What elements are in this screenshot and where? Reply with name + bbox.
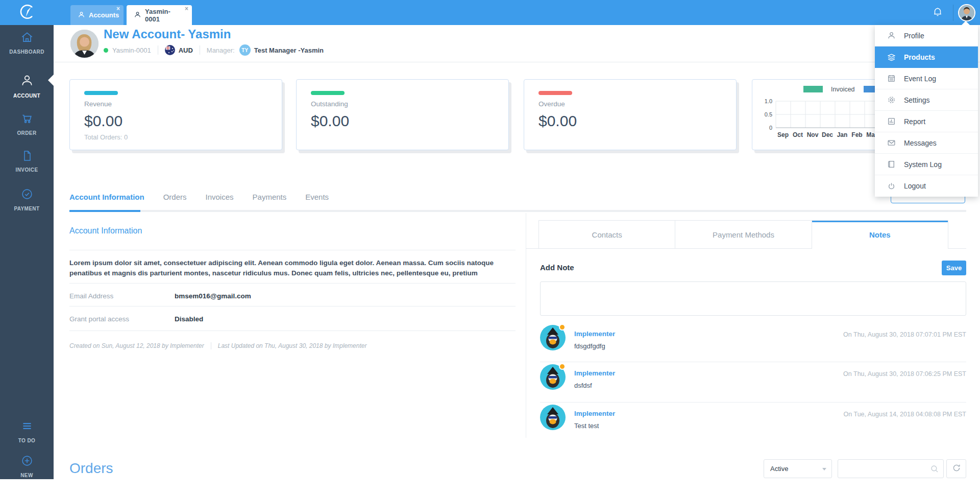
- topbar-right: [922, 0, 980, 25]
- document-icon: [21, 150, 33, 164]
- note-timestamp: On Thu, August 30, 2018 07:06:25 PM EST: [843, 370, 966, 378]
- check-circle-icon: [20, 187, 34, 203]
- account-description: Lorem ipsum dolor sit amet, consectetuer…: [69, 258, 496, 278]
- card-label: Overdue: [538, 100, 565, 108]
- user-dropdown-menu: Profile Products Event Log: [875, 25, 978, 197]
- bar-chart-icon: [887, 117, 896, 126]
- card-value: $0.00: [311, 112, 349, 130]
- card-label: Outstanding: [311, 100, 348, 108]
- menu-item-label: Messages: [904, 139, 937, 147]
- menu-item-messages[interactable]: Messages: [875, 132, 978, 154]
- notifications-button[interactable]: [922, 6, 953, 19]
- note-text: Test test: [574, 422, 599, 430]
- tab-label: Contacts: [592, 230, 622, 239]
- note-author-link[interactable]: Implementer: [574, 410, 615, 417]
- menu-item-event-log[interactable]: Event Log: [875, 68, 978, 89]
- app-root: Accounts × Yasmin-0001 ×: [0, 0, 980, 495]
- menu-item-system-log[interactable]: System Log: [875, 154, 978, 175]
- sidebar-item-new[interactable]: NEW: [0, 454, 54, 478]
- tab-yasmin-0001[interactable]: Yasmin-0001 ×: [127, 5, 192, 25]
- page-title: New Account- Yasmin: [104, 27, 231, 41]
- sidebar-item-payment[interactable]: PAYMENT: [0, 187, 54, 211]
- card-value: $0.00: [84, 112, 122, 130]
- account-meta: Yasmin-0001 AUD Manager: TY Test Manager…: [104, 44, 324, 56]
- menu-item-logout[interactable]: Logout: [875, 175, 978, 197]
- close-icon[interactable]: ×: [116, 6, 120, 12]
- currency-code: AUD: [179, 46, 193, 54]
- menu-item-label: Report: [904, 117, 925, 126]
- xtick: Nov: [807, 131, 819, 138]
- divider: [69, 283, 516, 284]
- tab-events[interactable]: Events: [305, 193, 329, 201]
- app-logo[interactable]: [0, 0, 54, 25]
- refresh-button[interactable]: [946, 459, 966, 478]
- note-list-item: Implementer Test test On Tue, August 14,…: [540, 405, 966, 434]
- bell-icon: [932, 6, 943, 19]
- sidebar-item-label: DASHBOARD: [9, 49, 44, 55]
- overdue-card: Overdue $0.00: [524, 79, 737, 150]
- xtick: Jan: [837, 131, 848, 138]
- note-list-item: Implementer fdsgdfgdfg On Thu, August 30…: [540, 325, 966, 355]
- account-section-tabs: Account Information Orders Invoices Paym…: [69, 193, 329, 201]
- xtick: Sep: [777, 131, 789, 138]
- manager-label: Manager:: [207, 46, 235, 54]
- menu-item-products[interactable]: Products: [875, 46, 978, 68]
- note-author-link[interactable]: Implementer: [574, 369, 615, 377]
- sidebar-item-label: NEW: [20, 473, 33, 478]
- cart-icon: [20, 112, 34, 127]
- sidebar-item-todo[interactable]: TO DO: [0, 419, 54, 443]
- menu-item-profile[interactable]: Profile: [875, 25, 978, 46]
- tab-contacts[interactable]: Contacts: [539, 221, 675, 248]
- menu-item-label: Products: [904, 53, 935, 61]
- sidebar-item-invoice[interactable]: INVOICE: [0, 150, 54, 173]
- outstanding-card: Outstanding $0.00: [296, 79, 509, 150]
- chevron-down-icon: [822, 468, 826, 470]
- add-note-heading: Add Note: [540, 263, 574, 272]
- card-value: $0.00: [538, 112, 577, 130]
- user-avatar: [958, 4, 975, 21]
- person-icon: [887, 31, 896, 40]
- note-text: fdsgdfgdfg: [574, 342, 605, 350]
- menu-item-settings[interactable]: Settings: [875, 89, 978, 111]
- tab-payments[interactable]: Payments: [253, 193, 287, 201]
- sidebar-item-account[interactable]: ACCOUNT: [0, 74, 54, 99]
- ytick: 0.5: [765, 111, 772, 117]
- card-label: Revenue: [84, 100, 112, 108]
- note-text: dsfdsf: [574, 382, 592, 389]
- xtick: Oct: [793, 131, 803, 138]
- sidebar-item-label: ORDER: [17, 130, 36, 136]
- manager-name[interactable]: Test Manager -Yasmin: [254, 46, 324, 54]
- user-avatar-button[interactable]: [953, 4, 980, 21]
- penguin-avatar: [540, 405, 566, 430]
- menu-item-label: Settings: [904, 96, 930, 104]
- tab-orders[interactable]: Orders: [163, 193, 187, 201]
- sidebar-item-dashboard[interactable]: DASHBOARD: [0, 31, 54, 55]
- account-header: New Account- Yasmin Yasmin-0001 AUD Mana…: [54, 25, 980, 62]
- tab-accounts[interactable]: Accounts ×: [70, 5, 124, 25]
- tab-invoices[interactable]: Invoices: [206, 193, 234, 201]
- audit-footer: Created on Sun, August 12, 2018 by Imple…: [69, 342, 366, 349]
- orders-status-filter[interactable]: Active: [764, 459, 832, 478]
- tab-notes[interactable]: Notes: [812, 221, 948, 248]
- created-text: Created on Sun, August 12, 2018 by Imple…: [69, 342, 204, 349]
- right-panel-tabs: Contacts Payment Methods Notes: [538, 220, 948, 248]
- orders-search-input[interactable]: [842, 460, 928, 477]
- note-input[interactable]: [540, 281, 966, 316]
- power-icon: [887, 182, 896, 191]
- legend-swatch-invoiced: [803, 86, 823, 92]
- tab-payment-methods[interactable]: Payment Methods: [675, 221, 811, 248]
- tab-account-information[interactable]: Account Information: [69, 193, 144, 201]
- menu-item-label: System Log: [904, 160, 942, 169]
- save-note-button[interactable]: Save: [942, 261, 966, 275]
- updated-text: Last Updated on Thu, August 30, 2018 by …: [218, 342, 367, 349]
- sidebar-item-order[interactable]: ORDER: [0, 112, 54, 136]
- book-icon: [887, 160, 896, 169]
- orders-search: [838, 459, 944, 478]
- legend-label-invoiced: Invoiced: [831, 86, 855, 93]
- list-icon: [20, 419, 34, 435]
- close-icon[interactable]: ×: [185, 6, 188, 12]
- menu-item-label: Event Log: [904, 75, 936, 83]
- note-author-link[interactable]: Implementer: [574, 330, 615, 338]
- menu-item-report[interactable]: Report: [875, 111, 978, 132]
- layers-icon: [887, 53, 896, 62]
